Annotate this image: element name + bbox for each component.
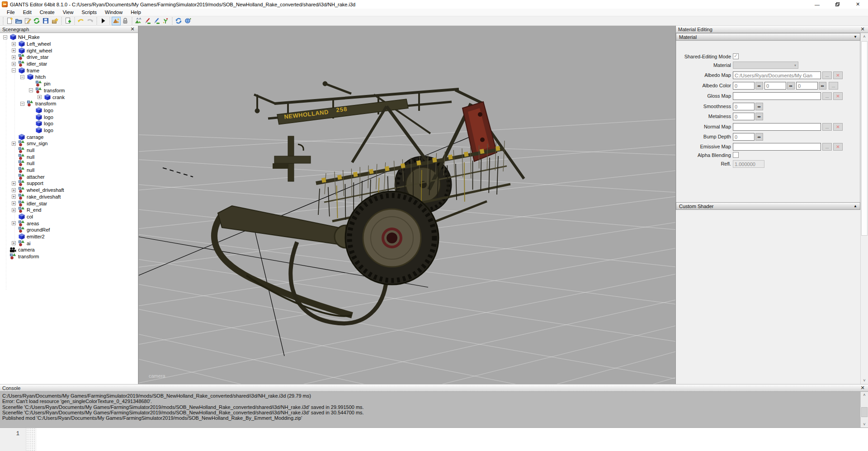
redo-button[interactable] (85, 17, 94, 25)
collapse-toggle[interactable]: − (20, 75, 24, 79)
gloss-map-clear-button[interactable]: ✕ (833, 92, 843, 100)
scenegraph-node-ai[interactable]: +ai (0, 240, 138, 247)
expand-toggle[interactable]: + (12, 62, 16, 66)
scenegraph-node-rake_driveshaft[interactable]: +rake_driveshaft (0, 194, 138, 200)
console-scrollbar[interactable]: ˄ ˅ (860, 392, 868, 427)
bump-depth-field[interactable]: 0 (733, 133, 755, 141)
material-editing-close-icon[interactable]: ✕ (859, 26, 866, 32)
rake-model[interactable]: NEWHOLLAND 258 (214, 81, 524, 323)
import-add-button[interactable] (63, 17, 72, 25)
scenegraph-node-transform[interactable]: −transform (0, 87, 138, 94)
expand-toggle[interactable]: + (12, 181, 16, 185)
terrain-paint-red-button[interactable] (143, 17, 152, 25)
export-mod-button[interactable] (50, 17, 59, 25)
smoothness-spinner[interactable]: ◂▸ (755, 103, 763, 110)
console-close-icon[interactable]: ✕ (859, 385, 866, 391)
menu-view[interactable]: View (59, 9, 78, 15)
world-sync-button[interactable] (183, 17, 192, 25)
scroll-up-icon[interactable]: ˄ (861, 392, 868, 398)
collapse-arrow-icon[interactable]: ▼ (854, 35, 857, 39)
albedo-map-clear-button[interactable]: ✕ (833, 71, 843, 79)
scrollbar-thumb[interactable] (861, 407, 868, 417)
expand-toggle[interactable]: + (12, 188, 16, 192)
collapse-arrow-icon[interactable]: ▲ (854, 204, 857, 208)
scenegraph-node-NH_Rake[interactable]: −NH_Rake (0, 34, 138, 41)
scenegraph-node-drive_star[interactable]: +drive_star (0, 54, 138, 61)
material-section-header[interactable]: Material ▼ (676, 33, 860, 41)
expand-toggle[interactable]: + (12, 241, 16, 245)
scenegraph-node-transform[interactable]: −transform (0, 100, 138, 107)
menu-create[interactable]: Create (36, 9, 59, 15)
expand-toggle[interactable]: + (12, 201, 16, 205)
expand-toggle[interactable]: + (12, 221, 16, 225)
albedo-map-field[interactable]: C:/Users/Ryan/Documents/My Gan (733, 71, 821, 79)
scenegraph-node-logo[interactable]: logo (0, 127, 138, 134)
minimize-button[interactable]: — (807, 0, 827, 9)
scenegraph-node-carrage[interactable]: carrage (0, 133, 138, 140)
metalness-spinner[interactable]: ◂▸ (755, 113, 763, 120)
gloss-map-field[interactable] (733, 92, 821, 100)
material-dropdown[interactable]: ▾ (733, 62, 798, 69)
scenegraph-node-right_wheel[interactable]: +right_wheel (0, 47, 138, 54)
expand-toggle[interactable]: + (38, 95, 42, 99)
scenegraph-node-null[interactable]: null (0, 167, 138, 174)
reload-button[interactable] (32, 17, 41, 25)
expand-toggle[interactable]: + (12, 142, 16, 146)
undo-button[interactable] (76, 17, 85, 25)
alpha-blending-checkbox[interactable] (733, 152, 739, 158)
scenegraph-node-emitter2[interactable]: emitter2 (0, 233, 138, 240)
open-file-button[interactable] (14, 17, 23, 25)
collapse-toggle[interactable]: − (12, 68, 16, 72)
console-output[interactable]: C:/Users/Ryan/Documents/My Games/Farming… (0, 392, 868, 427)
smoothness-field[interactable]: 0 (733, 103, 755, 110)
reload-textures-button[interactable] (174, 17, 183, 25)
scroll-down-icon[interactable]: ˅ (861, 421, 868, 427)
scenegraph-node-null[interactable]: null (0, 153, 138, 160)
albedo-color-g-spinner[interactable]: ◂▸ (787, 82, 795, 90)
menu-edit[interactable]: Edit (19, 9, 36, 15)
play-button[interactable] (99, 17, 108, 25)
albedo-color-b-field[interactable]: 0 (796, 82, 818, 90)
emissive-map-field[interactable] (733, 143, 821, 151)
menu-window[interactable]: Window (101, 9, 127, 15)
refl-field[interactable]: 1.000000 (733, 160, 764, 168)
scenegraph-node-R_end[interactable]: +R_end (0, 207, 138, 214)
albedo-map-browse-button[interactable]: ... (822, 71, 832, 79)
scenegraph-node-wheel_driveshaft[interactable]: +wheel_driveshaft (0, 187, 138, 194)
new-file-button[interactable] (5, 17, 14, 25)
scenegraph-node-smv_sign[interactable]: +smv_sign (0, 140, 138, 147)
scenegraph-node-logo[interactable]: logo (0, 114, 138, 120)
scenegraph-node-transform[interactable]: transform (0, 253, 138, 260)
scenegraph-node-groundRef[interactable]: groundRef (0, 227, 138, 233)
scenegraph-node-null[interactable]: null (0, 160, 138, 167)
material-panel-scrollbar[interactable]: ˄ ˅ (860, 33, 868, 384)
scenegraph-node-Left_wheel[interactable]: +Left_wheel (0, 41, 138, 47)
edit-script-button[interactable] (23, 17, 32, 25)
shared-editing-mode-checkbox[interactable] (733, 53, 739, 59)
scenegraph-node-null[interactable]: null (0, 147, 138, 154)
scenegraph-node-camera[interactable]: camera (0, 247, 138, 253)
viewport-3d[interactable]: NEWHOLLAND 258 (138, 26, 676, 384)
expand-toggle[interactable]: + (12, 42, 16, 46)
terrain-paint-blue-button[interactable] (152, 17, 161, 25)
expand-toggle[interactable]: + (12, 48, 16, 52)
normal-map-clear-button[interactable]: ✕ (833, 123, 843, 131)
albedo-color-picker-button[interactable]: ... (829, 82, 838, 90)
script-input-area[interactable] (36, 428, 868, 451)
scenegraph-node-logo[interactable]: logo (0, 107, 138, 114)
collapse-toggle[interactable]: − (20, 102, 24, 106)
scenegraph-node-areas[interactable]: +areas (0, 220, 138, 227)
metalness-field[interactable]: 0 (733, 113, 755, 120)
scenegraph-node-idler_star[interactable]: +idler_star (0, 61, 138, 67)
gloss-map-browse-button[interactable]: ... (822, 92, 832, 100)
terrain-sculpt-button[interactable] (134, 17, 143, 25)
albedo-color-g-field[interactable]: 0 (764, 82, 786, 90)
collapse-toggle[interactable]: − (3, 35, 7, 39)
scroll-down-icon[interactable]: ˅ (861, 377, 868, 384)
expand-toggle[interactable]: + (12, 195, 16, 199)
scenegraph-node-hitch[interactable]: −hitch (0, 74, 138, 81)
albedo-color-b-spinner[interactable]: ◂▸ (819, 82, 826, 90)
restore-button[interactable] (827, 0, 848, 9)
emissive-map-clear-button[interactable]: ✕ (833, 143, 843, 151)
save-button[interactable] (41, 17, 50, 25)
